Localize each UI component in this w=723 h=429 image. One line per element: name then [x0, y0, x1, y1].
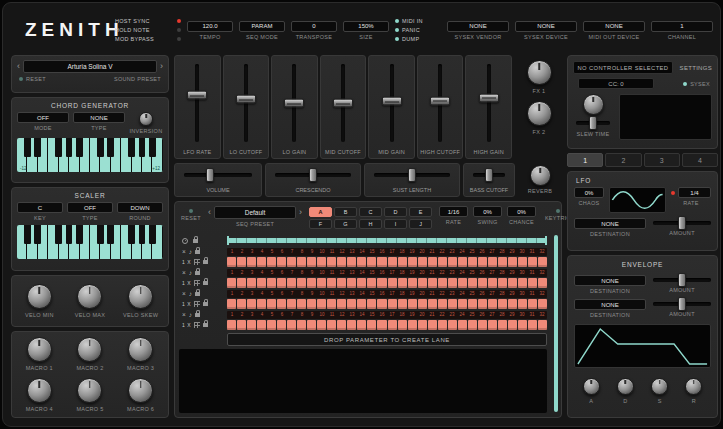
step-cell[interactable] — [528, 320, 537, 330]
black-key[interactable] — [149, 138, 156, 157]
slider-track[interactable] — [487, 64, 491, 142]
slider-handle[interactable] — [678, 297, 686, 311]
step-cell[interactable] — [518, 278, 527, 288]
slider-handle[interactable] — [485, 168, 493, 182]
step-cell[interactable] — [488, 320, 497, 330]
step-cell[interactable] — [347, 257, 356, 267]
slider-track[interactable] — [341, 64, 345, 142]
step-cell[interactable] — [458, 257, 467, 267]
black-key[interactable] — [24, 138, 31, 157]
step-cell[interactable] — [508, 320, 517, 330]
step-cell[interactable] — [438, 320, 447, 330]
step-cell[interactable] — [458, 320, 467, 330]
step-cell[interactable] — [277, 320, 286, 330]
step-cell[interactable] — [488, 278, 497, 288]
loop-range-bar[interactable] — [227, 238, 547, 243]
slider-track[interactable] — [195, 64, 199, 142]
black-key[interactable] — [66, 225, 73, 244]
step-cell[interactable] — [398, 257, 407, 267]
black-key[interactable] — [55, 138, 62, 157]
step-cell[interactable] — [478, 320, 487, 330]
black-key[interactable] — [76, 225, 83, 244]
black-key[interactable] — [139, 138, 146, 157]
pattern-button-c[interactable]: C — [359, 207, 382, 217]
slider-track[interactable] — [184, 173, 252, 177]
step-cell[interactable] — [458, 299, 467, 309]
step-cell[interactable] — [247, 299, 256, 309]
step-cell[interactable] — [418, 257, 427, 267]
lock-icon[interactable] — [203, 260, 208, 264]
black-key[interactable] — [34, 138, 41, 157]
step-cell[interactable] — [257, 278, 266, 288]
lane-note-icon[interactable]: ♪ — [189, 270, 192, 277]
lane-remove-icon[interactable]: × — [182, 249, 186, 256]
slider-handle[interactable] — [678, 273, 686, 287]
black-key[interactable] — [55, 225, 62, 244]
step-cell[interactable] — [297, 278, 306, 288]
cc-display[interactable]: CC: 0 — [578, 78, 654, 89]
black-key[interactable] — [107, 138, 114, 157]
step-cell[interactable] — [337, 299, 346, 309]
tempo-value[interactable]: 120.0 — [187, 21, 233, 32]
envelope-display[interactable] — [574, 324, 711, 368]
step-cell[interactable] — [287, 257, 296, 267]
step-cell[interactable] — [448, 320, 457, 330]
step-cell[interactable] — [367, 299, 376, 309]
step-cell[interactable] — [408, 257, 417, 267]
envelope-destination-select[interactable]: NONE — [574, 299, 646, 310]
fx1-knob[interactable] — [527, 60, 552, 85]
step-cell[interactable] — [468, 320, 477, 330]
slew-knob[interactable] — [583, 94, 604, 115]
grid-icon[interactable] — [194, 259, 200, 265]
step-cell[interactable] — [267, 278, 276, 288]
step-cell[interactable] — [347, 278, 356, 288]
slider-handle[interactable] — [206, 168, 214, 182]
slider-handle[interactable] — [236, 95, 256, 104]
slider-track[interactable] — [374, 173, 450, 177]
inversion-knob[interactable] — [139, 112, 153, 126]
black-key[interactable] — [76, 138, 83, 157]
preset-prev-arrow[interactable]: ‹ — [17, 62, 20, 71]
step-cell[interactable] — [498, 299, 507, 309]
step-cell[interactable] — [418, 278, 427, 288]
step-cell[interactable] — [227, 299, 236, 309]
lock-icon[interactable] — [195, 250, 200, 254]
step-cell[interactable] — [428, 299, 437, 309]
settings-button[interactable]: SETTINGS — [678, 65, 712, 71]
grid-icon[interactable] — [194, 301, 200, 307]
scaler-type-select[interactable]: OFF — [67, 202, 113, 213]
mod-tab-1[interactable]: 1 — [567, 153, 603, 167]
mod-tab-3[interactable]: 3 — [644, 153, 680, 167]
seq-lock-icon[interactable] — [193, 239, 198, 243]
step-cell[interactable] — [367, 320, 376, 330]
step-cell[interactable] — [458, 278, 467, 288]
step-cell[interactable] — [398, 278, 407, 288]
slider-handle[interactable] — [187, 91, 207, 100]
mod-tab-2[interactable]: 2 — [605, 153, 641, 167]
step-cell[interactable] — [307, 257, 316, 267]
step-cell[interactable] — [237, 257, 246, 267]
sysex-device-value[interactable]: NONE — [515, 21, 577, 32]
lfo-sync-indicator[interactable] — [671, 191, 675, 195]
scaler-key-select[interactable]: C — [17, 202, 63, 213]
step-cell[interactable] — [478, 257, 487, 267]
step-cell[interactable] — [428, 257, 437, 267]
step-cell[interactable] — [498, 257, 507, 267]
step-cell[interactable] — [518, 320, 527, 330]
seq-preset-value[interactable]: Default — [214, 206, 296, 219]
black-key[interactable] — [128, 138, 135, 157]
step-cell[interactable] — [428, 278, 437, 288]
step-cell[interactable] — [317, 299, 326, 309]
step-cell[interactable] — [388, 320, 397, 330]
slider-handle[interactable] — [284, 99, 304, 108]
step-cell[interactable] — [468, 299, 477, 309]
seq-preset-prev-arrow[interactable]: ‹ — [208, 208, 211, 217]
step-cell[interactable] — [237, 278, 246, 288]
step-cell[interactable] — [297, 257, 306, 267]
step-cell[interactable] — [398, 299, 407, 309]
transpose-value[interactable]: 0 — [291, 21, 337, 32]
step-cell[interactable] — [388, 257, 397, 267]
r-knob[interactable] — [685, 378, 702, 395]
step-cell[interactable] — [538, 299, 547, 309]
step-cell[interactable] — [438, 299, 447, 309]
